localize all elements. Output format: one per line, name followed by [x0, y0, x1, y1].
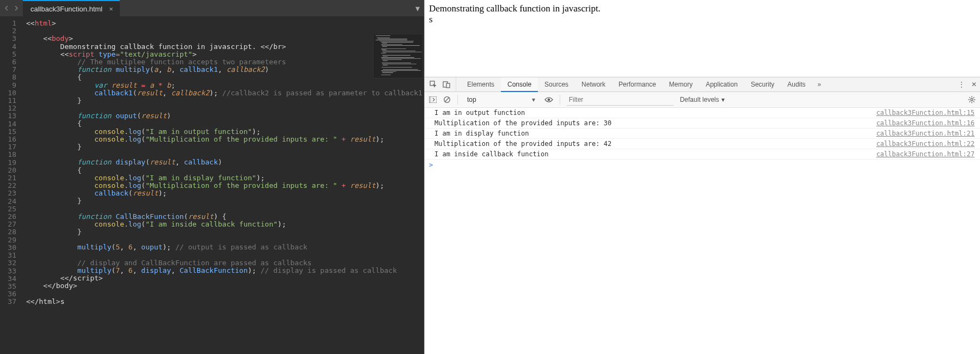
- devtools-panel: ElementsConsoleSourcesNetworkPerformance…: [425, 77, 980, 354]
- context-label: top: [467, 96, 476, 103]
- console-settings-icon[interactable]: [968, 96, 976, 103]
- svg-point-8: [971, 99, 973, 101]
- console-message: I am inside callback function: [434, 150, 549, 158]
- devtools-tab-application[interactable]: Application: [699, 77, 744, 91]
- nav-forward-icon[interactable]: [13, 5, 19, 11]
- console-row[interactable]: Multiplication of the provided inputs ar…: [425, 139, 980, 149]
- svg-rect-2: [446, 83, 450, 88]
- svg-line-14: [973, 101, 975, 102]
- devtools-tab-performance[interactable]: Performance: [612, 77, 663, 91]
- close-icon[interactable]: ×: [109, 5, 113, 13]
- devtools-tabs: ElementsConsoleSourcesNetworkPerformance…: [425, 77, 980, 92]
- console-source-link[interactable]: callback3Function.html:22: [865, 140, 975, 148]
- page-content: Demonstrating callback function in javas…: [425, 0, 980, 77]
- console-sidebar-toggle-icon[interactable]: [429, 96, 437, 103]
- chevron-down-icon: ▾: [721, 96, 725, 103]
- svg-rect-4: [429, 96, 431, 103]
- devtools-close-icon[interactable]: ✕: [971, 81, 977, 88]
- console-message: Multiplication of the provided inputs ar…: [434, 119, 611, 127]
- inspect-element-icon[interactable]: [430, 81, 437, 88]
- console-toolbar: top ▾ Default levels ▾: [425, 92, 980, 108]
- svg-line-15: [969, 101, 970, 102]
- svg-line-16: [973, 97, 975, 98]
- console-row[interactable]: I am in display functioncallback3Functio…: [425, 129, 980, 139]
- chevron-down-icon: ▾: [532, 96, 535, 103]
- console-output[interactable]: I am in output functioncallback3Function…: [425, 108, 980, 354]
- console-row[interactable]: I am inside callback functioncallback3Fu…: [425, 149, 980, 160]
- devtools-tab-sources[interactable]: Sources: [538, 77, 575, 91]
- svg-line-13: [969, 97, 970, 98]
- page-text-line: Demonstrating callback function in javas…: [429, 3, 975, 14]
- editor-tabbar: callback3Function.html × ▾: [0, 0, 424, 16]
- console-prompt[interactable]: >: [425, 160, 980, 170]
- nav-arrows[interactable]: [0, 0, 23, 16]
- more-tabs-icon[interactable]: »: [812, 77, 827, 91]
- devtools-tab-memory[interactable]: Memory: [663, 77, 699, 91]
- editor-tab[interactable]: callback3Function.html ×: [23, 0, 120, 16]
- tab-overflow-icon[interactable]: ▾: [415, 0, 420, 16]
- console-source-link[interactable]: callback3Function.html:16: [865, 119, 975, 127]
- svg-point-7: [547, 99, 550, 101]
- console-source-link[interactable]: callback3Function.html:15: [865, 109, 975, 117]
- devtools-tab-network[interactable]: Network: [575, 77, 612, 91]
- devtools-tab-elements[interactable]: Elements: [461, 77, 501, 91]
- levels-label: Default levels: [680, 96, 719, 103]
- code-area[interactable]: <<html> <<body> Demonstrating callback f…: [21, 16, 424, 354]
- devtools-tab-console[interactable]: Console: [501, 77, 538, 92]
- editor-body[interactable]: 1234567891011121314151617181920212223242…: [0, 16, 424, 354]
- devtools-menu-icon[interactable]: ⋮: [958, 81, 965, 88]
- console-message: I am in display function: [434, 130, 529, 137]
- clear-console-icon[interactable]: [443, 96, 451, 103]
- nav-back-icon[interactable]: [4, 5, 10, 11]
- device-toolbar-icon[interactable]: [443, 81, 450, 88]
- console-source-link[interactable]: callback3Function.html:27: [865, 150, 975, 158]
- console-source-link[interactable]: callback3Function.html:21: [865, 130, 975, 137]
- log-levels-selector[interactable]: Default levels ▾: [680, 96, 725, 103]
- tab-filename: callback3Function.html: [30, 5, 102, 13]
- console-message: I am in output function: [434, 109, 525, 117]
- context-selector[interactable]: top ▾: [464, 94, 538, 105]
- devtools-tab-audits[interactable]: Audits: [781, 77, 812, 91]
- svg-line-6: [445, 97, 449, 102]
- editor-panel: callback3Function.html × ▾ 1234567891011…: [0, 0, 424, 354]
- console-message: Multiplication of the provided inputs ar…: [434, 140, 611, 148]
- console-filter-input[interactable]: [567, 94, 673, 106]
- eye-icon[interactable]: [544, 96, 553, 103]
- minimap[interactable]: [373, 34, 423, 78]
- console-row[interactable]: I am in output functioncallback3Function…: [425, 108, 980, 118]
- browser-panel: Demonstrating callback function in javas…: [424, 0, 980, 354]
- console-row[interactable]: Multiplication of the provided inputs ar…: [425, 118, 980, 129]
- line-number-gutter: 1234567891011121314151617181920212223242…: [0, 16, 21, 354]
- page-text-line: s: [429, 14, 975, 25]
- devtools-tab-security[interactable]: Security: [744, 77, 781, 91]
